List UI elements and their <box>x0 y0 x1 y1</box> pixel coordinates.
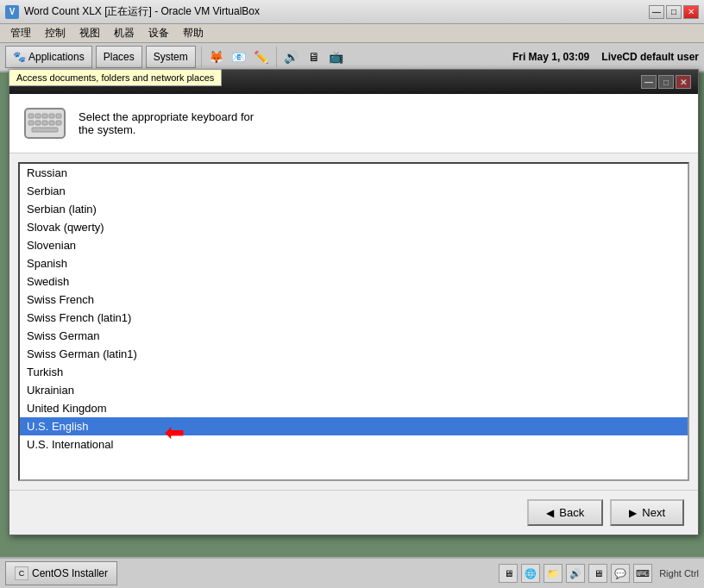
edit-icon[interactable]: ✏️ <box>252 47 271 66</box>
vbox-titlebar: V Word Count XLX [正在运行] - Oracle VM Virt… <box>0 0 704 24</box>
list-item[interactable]: Swiss French (latin1) <box>20 309 688 327</box>
vbox-restore-btn[interactable]: □ <box>666 5 682 19</box>
taskbar-icon-4[interactable]: 🔊 <box>566 564 585 583</box>
centos-win-controls: — □ ✕ <box>641 75 691 89</box>
applications-label: Applications <box>28 51 85 63</box>
list-item[interactable]: Slovak (qwerty) <box>20 218 688 236</box>
svg-rect-6 <box>28 121 34 125</box>
network-icon[interactable]: 🖥 <box>305 47 324 66</box>
centos-minimize-btn[interactable]: — <box>641 75 657 89</box>
centos-close-btn[interactable]: ✕ <box>676 75 691 89</box>
clock-display: Fri May 1, 03:09 <box>512 51 589 63</box>
mail-icon[interactable]: 📧 <box>229 47 248 66</box>
list-item[interactable]: Swiss French <box>20 291 688 309</box>
taskbar-right: 🖥 🌐 📁 🔊 🖥 💬 ⌨ Right Ctrl <box>499 564 699 583</box>
next-arrow-icon: ▶ <box>629 507 637 519</box>
list-item[interactable]: Spanish <box>20 254 688 272</box>
menu-view[interactable]: 视图 <box>72 24 107 42</box>
volume-icon[interactable]: 🔊 <box>282 47 301 66</box>
taskbar-icon-5[interactable]: 🖥 <box>588 564 607 583</box>
svg-rect-10 <box>56 121 61 125</box>
menu-devices[interactable]: 设备 <box>141 24 176 42</box>
menu-control[interactable]: 控制 <box>38 24 72 42</box>
system-label: System <box>154 51 188 63</box>
centos-content: Russian Serbian Serbian (latin) Slovak (… <box>9 153 698 490</box>
back-label: Back <box>559 506 584 519</box>
svg-rect-7 <box>35 121 41 125</box>
next-button[interactable]: ▶ Next <box>610 499 684 526</box>
svg-rect-11 <box>32 128 58 132</box>
list-item[interactable]: Swedish <box>20 272 688 291</box>
svg-rect-3 <box>42 114 47 118</box>
top-panel: 🐾 Applications Places System 🦊 📧 ✏️ 🔊 🖥 … <box>0 43 704 72</box>
taskbar-centos-app[interactable]: C CentOS Installer <box>5 561 117 585</box>
panel-sep-2 <box>276 47 277 67</box>
right-ctrl-label: Right Ctrl <box>659 568 699 579</box>
svg-rect-2 <box>35 114 41 118</box>
applications-menu[interactable]: 🐾 Applications <box>5 46 92 68</box>
list-item[interactable]: U.S. International <box>20 435 688 454</box>
firefox-icon[interactable]: 🦊 <box>207 47 226 66</box>
list-item[interactable]: United Kingdom <box>20 399 688 417</box>
centos-header: Select the appropriate keyboard for the … <box>9 94 698 153</box>
taskbar-icon-6[interactable]: 💬 <box>611 564 630 583</box>
keyboard-icon <box>23 106 66 141</box>
list-item[interactable]: Russian <box>20 164 688 182</box>
system-menu[interactable]: System <box>146 46 196 68</box>
menu-manage[interactable]: 管理 <box>3 24 38 42</box>
svg-rect-4 <box>49 114 54 118</box>
list-item[interactable]: Swiss German <box>20 327 688 345</box>
vbox-icon: V <box>5 5 19 19</box>
menu-machine[interactable]: 机器 <box>107 24 141 42</box>
back-button[interactable]: ◀ Back <box>527 499 603 526</box>
vbox-title: Word Count XLX [正在运行] - Oracle VM Virtua… <box>24 4 649 19</box>
taskbar-icon-2[interactable]: 🌐 <box>521 564 540 583</box>
user-display: LiveCD default user <box>601 51 699 63</box>
places-menu[interactable]: Places <box>96 46 142 68</box>
centos-header-text: Select the appropriate keyboard for the … <box>79 110 254 136</box>
list-item[interactable]: Ukrainian <box>20 381 688 399</box>
centos-restore-btn[interactable]: □ <box>658 75 674 89</box>
places-tooltip: Access documents, folders and network pl… <box>9 69 222 86</box>
list-item[interactable]: Serbian (latin) <box>20 200 688 218</box>
menu-bar: 管理 控制 视图 机器 设备 帮助 <box>0 24 704 43</box>
menu-help[interactable]: 帮助 <box>176 24 211 42</box>
list-item[interactable]: Swiss German (latin1) <box>20 345 688 363</box>
taskbar-app-icon: C <box>15 566 28 580</box>
list-item-us-english[interactable]: U.S. English <box>20 417 688 435</box>
svg-rect-1 <box>28 114 34 118</box>
taskbar-icon-1[interactable]: 🖥 <box>499 564 518 583</box>
panel-sep-1 <box>201 47 202 67</box>
bottom-taskbar: C CentOS Installer 🖥 🌐 📁 🔊 🖥 💬 ⌨ Right C… <box>0 557 704 588</box>
display-icon[interactable]: 📺 <box>327 47 346 66</box>
next-label: Next <box>642 506 665 519</box>
vbox-minimize-btn[interactable]: — <box>649 5 664 19</box>
svg-rect-5 <box>56 114 61 118</box>
centos-footer: ◀ Back ▶ Next <box>9 490 698 535</box>
list-item[interactable]: Turkish <box>20 363 688 381</box>
app-icon: 🐾 <box>13 51 26 63</box>
taskbar-app-label: CentOS Installer <box>32 567 108 579</box>
taskbar-icon-3[interactable]: 📁 <box>544 564 563 583</box>
taskbar-icon-keyboard[interactable]: ⌨ <box>633 564 652 583</box>
vbox-close-btn[interactable]: ✕ <box>683 5 699 19</box>
vbox-win-controls: — □ ✕ <box>649 5 699 19</box>
back-arrow-icon: ◀ <box>546 507 554 519</box>
centos-installer-window: entOS Installer — □ ✕ Select the appropr… <box>9 69 699 535</box>
list-item[interactable]: Serbian <box>20 182 688 200</box>
svg-rect-9 <box>49 121 54 125</box>
keyboard-list[interactable]: Russian Serbian Serbian (latin) Slovak (… <box>18 162 689 481</box>
svg-rect-8 <box>42 121 47 125</box>
places-label: Places <box>104 51 135 63</box>
list-item[interactable]: Slovenian <box>20 236 688 254</box>
